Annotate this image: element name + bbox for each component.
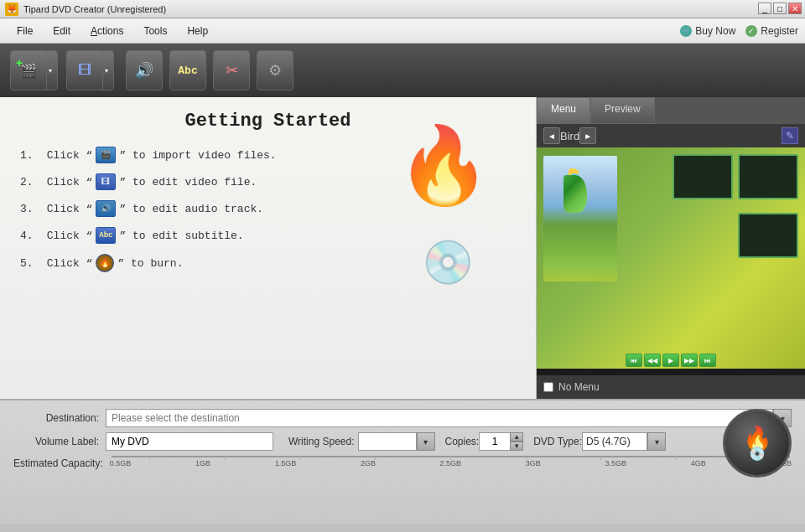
bottom-panel: Destination: ▾ Volume Label: Writing Spe… (0, 399, 805, 524)
writing-speed-dropdown[interactable]: ▾ (417, 432, 435, 451)
settings-button[interactable]: ⚙ (257, 50, 293, 90)
prev-nav-right[interactable]: ► (579, 127, 596, 144)
maximize-button[interactable]: □ (773, 3, 787, 14)
menu-right-actions: 🛒 Buy Now ✓ Register (680, 25, 798, 37)
title-bar: 🦊 Tipard DVD Creator (Unregistered) _ □ … (0, 0, 805, 18)
step-5: 5. Click “ 🔥 ” to burn. (20, 254, 516, 272)
destination-row: Destination: ▾ (13, 409, 792, 427)
copies-label: Copies: (445, 436, 480, 447)
step2-icon: 🎞 (96, 173, 116, 190)
buy-icon: 🛒 (680, 25, 692, 37)
settings-icon: ⚙ (268, 61, 282, 80)
burn-button[interactable]: 🔥 💿 (723, 409, 792, 478)
thumb-1[interactable] (673, 154, 733, 199)
volume-input[interactable] (106, 432, 273, 451)
no-menu-label: No Menu (558, 381, 600, 393)
copies-input[interactable] (479, 432, 511, 451)
tab-menu[interactable]: Menu (537, 97, 590, 124)
destination-label: Destination: (13, 412, 106, 424)
thumb-3[interactable] (738, 213, 798, 258)
burn-icon: 🔥 💿 (743, 425, 772, 462)
play-button[interactable]: ▶ (662, 354, 679, 367)
getting-started-panel: Getting Started 1. Click “ 🎬 ” to import… (0, 97, 537, 399)
preview-title: Bird (560, 130, 579, 142)
window-controls[interactable]: _ □ ✕ (758, 3, 802, 14)
dvd-type-label: DVD Type: (533, 436, 582, 447)
edit-video-icon: 🎞 (78, 63, 91, 78)
volume-label: Volume Label: (13, 436, 106, 447)
thumbnail-grid (673, 154, 798, 258)
destination-input[interactable] (106, 409, 773, 427)
writing-speed-select[interactable] (358, 432, 417, 451)
preview-tabs: Menu Preview (537, 97, 805, 124)
menu-edit[interactable]: Edit (43, 22, 80, 40)
toolbar: 🎬 + ▾ 🎞 ▾ 🔊 Abc ✂ ⚙ (0, 44, 805, 97)
capacity-row: Estimated Capacity: (13, 456, 792, 469)
capacity-container: 0.5GB 1GB 1.5GB 2GB 2.5GB 3GB 3.5GB 4GB … (110, 456, 792, 467)
step1-icon: 🎬 (96, 147, 116, 163)
copies-spinner: ▲ ▼ (510, 432, 523, 451)
dvd-type-select[interactable]: D5 (4.7G) (582, 432, 647, 451)
no-menu-checkbox[interactable] (543, 382, 553, 392)
close-button[interactable]: ✕ (788, 3, 802, 14)
tab-preview[interactable]: Preview (590, 97, 655, 124)
bottom-wrapper: Destination: ▾ Volume Label: Writing Spe… (0, 399, 805, 524)
preview-panel: Menu Preview ◄ Bird ► ✎ (537, 97, 805, 399)
copies-down[interactable]: ▼ (510, 442, 523, 451)
fast-forward-button[interactable]: ▶▶ (681, 354, 698, 367)
dvd-type-dropdown[interactable]: ▾ (647, 432, 666, 451)
buy-now-button[interactable]: 🛒 Buy Now (680, 25, 735, 37)
estimated-capacity-label: Estimated Capacity: (13, 457, 110, 469)
main-area: Getting Started 1. Click “ 🎬 ” to import… (0, 97, 805, 399)
window-title: Tipard DVD Creator (Unregistered) (23, 4, 166, 14)
edit-video-button[interactable]: 🎞 (66, 50, 103, 90)
add-video-button[interactable]: 🎬 + (10, 50, 47, 90)
add-video-plus: + (16, 56, 23, 70)
edit-audio-button[interactable]: 🔊 (126, 50, 163, 90)
preview-edit-button[interactable]: ✎ (782, 127, 798, 144)
app-icon: 🦊 (5, 3, 18, 16)
delete-icon: ✂ (226, 61, 238, 80)
minimize-button[interactable]: _ (758, 3, 771, 14)
bird-image (543, 156, 617, 281)
skip-back-button[interactable]: ⏮ (626, 354, 642, 367)
rewind-button[interactable]: ◀◀ (644, 354, 661, 367)
copies-up[interactable]: ▲ (510, 432, 523, 442)
no-menu-bar: No Menu (537, 375, 805, 399)
step5-icon: 🔥 (96, 254, 114, 272)
menu-actions[interactable]: Actions (80, 22, 133, 40)
step4-icon: Abc (96, 227, 116, 244)
step-3: 3. Click “ 🔊 ” to edit audio track. (20, 200, 516, 217)
step-1: 1. Click “ 🎬 ” to import video files. (20, 147, 516, 163)
menu-help[interactable]: Help (177, 22, 218, 40)
preview-nav: ◄ Bird ► ✎ (537, 124, 805, 147)
playback-controls: ⏮ ◀◀ ▶ ▶▶ ⏭ (626, 354, 716, 367)
delete-button[interactable]: ✂ (213, 50, 250, 90)
edit-subtitle-button[interactable]: Abc (169, 50, 206, 90)
preview-content: ⏮ ◀◀ ▶ ▶▶ ⏭ No Menu (537, 147, 805, 399)
menu-file[interactable]: File (7, 22, 43, 40)
menu-tools[interactable]: Tools (133, 22, 177, 40)
step-4: 4. Click “ Abc ” to edit subtitle. (20, 227, 516, 244)
capacity-scale: 0.5GB 1GB 1.5GB 2GB 2.5GB 3GB 3.5GB 4GB … (110, 459, 792, 467)
audio-icon: 🔊 (135, 61, 153, 80)
menu-bar: File Edit Actions Tools Help 🛒 Buy Now ✓… (0, 18, 805, 44)
capacity-track (112, 456, 790, 457)
thumb-2[interactable] (738, 154, 798, 199)
writing-speed-label: Writing Speed: (288, 436, 355, 447)
register-icon: ✓ (745, 25, 757, 37)
getting-started-title: Getting Started (20, 111, 516, 132)
step3-icon: 🔊 (96, 200, 116, 217)
subtitle-icon: Abc (178, 65, 197, 77)
prev-nav-left[interactable]: ◄ (543, 127, 560, 144)
volume-row: Volume Label: Writing Speed: ▾ Copies: ▲… (13, 432, 792, 451)
step-2: 2. Click “ 🎞 ” to edit video file. (20, 173, 516, 190)
skip-forward-button[interactable]: ⏭ (699, 354, 716, 367)
register-button[interactable]: ✓ Register (745, 25, 798, 37)
